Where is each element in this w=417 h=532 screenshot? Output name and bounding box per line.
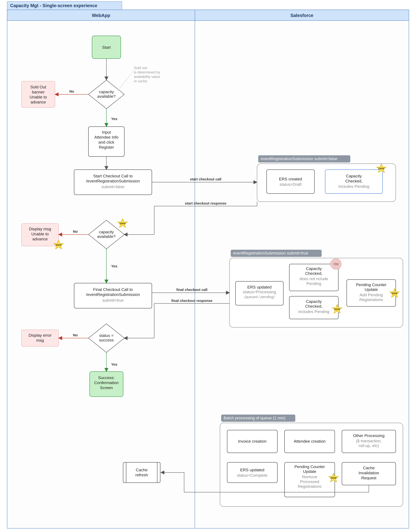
svg-text:Screen: Screen: [100, 385, 113, 390]
svg-text:status=Draft: status=Draft: [280, 182, 302, 187]
svg-text:available?: available?: [97, 234, 115, 239]
svg-text:Unable to: Unable to: [30, 95, 47, 99]
svg-text:Start Checkout Call to: Start Checkout Call to: [93, 174, 133, 178]
svg-text:Old: Old: [333, 262, 339, 266]
svg-rect-43: [123, 462, 160, 483]
svg-text:availability value: availability value: [134, 75, 160, 79]
node-ers-complete: ERS updated: [240, 468, 264, 472]
svg-text:Batch processing of queue (1 m: Batch processing of queue (1 min): [224, 416, 285, 420]
svg-text:banner: banner: [32, 90, 45, 94]
svg-text:Update: Update: [365, 287, 378, 292]
svg-text:in cache: in cache: [134, 79, 147, 83]
svg-text:success: success: [99, 338, 114, 342]
svg-text:Checked,: Checked,: [305, 304, 323, 309]
svg-text:does not nclude: does not nclude: [300, 276, 328, 281]
diagram-title-tab: Capacity Mgt - Single-screen experience: [7, 1, 122, 10]
node-invoice-creation: Invoice creation: [238, 439, 266, 443]
svg-text:Invalidation: Invalidation: [359, 471, 379, 475]
node-ers-created: ERS created: [279, 177, 302, 181]
node-display-error: Display error msg: [21, 330, 59, 346]
node-ers-updated-processing: ERS updated: [247, 285, 271, 289]
svg-text:/eventRegistrationSubmission: /eventRegistrationSubmission: [86, 179, 140, 183]
svg-text:Sold Out: Sold Out: [30, 85, 46, 89]
node-cache-invalidation: Cache: [363, 466, 375, 470]
svg-text:new: new: [120, 221, 126, 225]
svg-text:Processed: Processed: [300, 479, 319, 484]
node-final-checkout-call: Final Checkout Call to /eventRegistratio…: [74, 283, 152, 308]
svg-text:and click: and click: [98, 140, 115, 144]
svg-text:Sold out: Sold out: [134, 66, 147, 70]
lane-header-left-text: WebApp: [92, 13, 110, 18]
node-pending-counter-remove: Pending Counter: [294, 464, 325, 469]
diagram-title-text: Capacity Mgt - Single-screen experience: [10, 3, 97, 8]
edge-start-checkout-resp-label: start checkout response: [185, 201, 226, 205]
svg-text:Pending: Pending: [306, 281, 321, 286]
edge-final-checkout-call-label: final checkout call: [176, 288, 208, 292]
svg-text:Unable to: Unable to: [31, 232, 49, 236]
svg-text:new: new: [334, 307, 340, 311]
svg-text:Cache: Cache: [136, 468, 147, 472]
svg-text:(queued / pending): (queued / pending): [244, 295, 274, 299]
svg-text:Update: Update: [303, 469, 316, 474]
svg-text:Input: Input: [102, 130, 111, 134]
edge-cap1-no-label: No: [69, 89, 74, 93]
edge-start-checkout-call-label: start checkout call: [190, 177, 221, 181]
svg-text:is determined by: is determined by: [134, 70, 160, 74]
node-capacity-checked-1: Capacity: [346, 174, 362, 178]
node-cache-refresh: Cache refresh: [123, 462, 160, 483]
svg-text:msg: msg: [36, 338, 44, 342]
edge-status-no-label: No: [73, 333, 78, 337]
svg-text:/eventRegistrationSubmission: /eventRegistrationSubmission: [86, 292, 140, 297]
svg-text:Checked,: Checked,: [345, 179, 363, 183]
node-success: Success: Confermation Screen: [90, 371, 123, 397]
node-start: Start: [92, 36, 121, 59]
node-other-processing: Other Processing: [353, 433, 385, 438]
edge-cap2-yes-label: Yes: [111, 264, 117, 268]
edge-cap1-yes-label: Yes: [111, 117, 117, 121]
svg-text:Attendee Info: Attendee Info: [94, 135, 118, 140]
svg-text:Registrations: Registrations: [359, 297, 383, 302]
svg-text:new: new: [331, 476, 337, 480]
svg-text:includes Pending: includes Pending: [298, 309, 329, 314]
svg-text:Checked,: Checked,: [305, 271, 323, 276]
svg-text:Register: Register: [99, 145, 114, 150]
svg-text:roll-up, etc): roll-up, etc): [359, 443, 379, 448]
svg-text:capacity: capacity: [99, 230, 114, 234]
edge-final-checkout-resp-label: final checkout response: [171, 299, 212, 303]
svg-text:includes Pending: includes Pending: [338, 184, 369, 189]
node-attendee-creation: Attendee creation: [294, 439, 326, 443]
svg-text:available?: available?: [97, 94, 115, 99]
svg-text:Request: Request: [361, 476, 376, 480]
svg-text:Registrations: Registrations: [298, 484, 322, 489]
node-sold-out-banner: Sold Out banner Unable to advance: [21, 81, 55, 108]
svg-text:Success:: Success:: [98, 375, 115, 380]
svg-text:($ transaction,: ($ transaction,: [356, 439, 382, 443]
svg-text:new: new: [378, 167, 385, 170]
svg-text:new: new: [56, 243, 62, 247]
svg-text:status=Complete: status=Complete: [237, 473, 268, 478]
edge-cap2-no-label: No: [73, 230, 78, 233]
node-start-text: Start: [102, 45, 111, 50]
svg-text:Final Checkout Call to: Final Checkout Call to: [93, 287, 133, 292]
node-start-checkout-call: Start Checkout Call to /eventRegistratio…: [74, 170, 152, 195]
cluster-batch-processing: Batch processing of queue (1 min) Invoic…: [220, 415, 403, 507]
diagram-canvas: Capacity Mgt - Single-screen experience …: [0, 0, 417, 532]
node-capacity-pending-2: Capacity: [306, 299, 322, 304]
svg-rect-51: [267, 170, 314, 193]
svg-text:refresh: refresh: [135, 473, 148, 477]
node-capacity-not-pending: Capacity: [306, 266, 322, 271]
lane-header-right-text: Salesforce: [290, 13, 313, 18]
svg-text:eventRegistrationSubmission   : eventRegistrationSubmission submit=true: [233, 251, 308, 255]
svg-text:Add Pending: Add Pending: [360, 292, 383, 297]
svg-text:eventRegistrationSubmission   : eventRegistrationSubmission submit=false: [261, 156, 337, 161]
svg-text:advance: advance: [31, 100, 46, 104]
svg-text:Display error: Display error: [29, 333, 52, 338]
svg-rect-86: [227, 462, 277, 483]
svg-text:Remove: Remove: [302, 474, 317, 479]
edge-status-yes-label: Yes: [111, 362, 117, 366]
svg-text:status=Processing: status=Processing: [243, 290, 276, 294]
svg-text:submit=false: submit=false: [102, 184, 125, 189]
svg-text:status =: status =: [99, 333, 114, 338]
node-pending-counter-add: Pending Counter: [356, 282, 386, 287]
svg-text:Confermation: Confermation: [94, 380, 119, 385]
